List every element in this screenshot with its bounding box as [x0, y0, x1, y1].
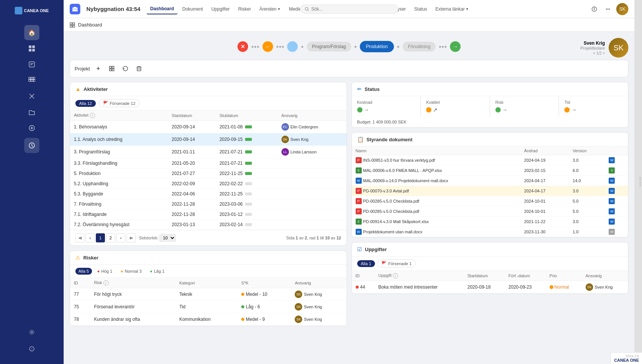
table-row[interactable]: 5.3. Byggande 2022-04-06 2022-11-25	[70, 189, 347, 199]
phase-next[interactable]: →	[450, 41, 461, 52]
risk-category: Kommunikation	[175, 313, 237, 326]
tab-externa-lankar[interactable]: Externa länkar ▼	[432, 4, 473, 14]
sidebar-item-help[interactable]: ?	[24, 341, 39, 356]
table-row[interactable]: W MAL-00069-v.14.0 Projektdokument mall.…	[352, 176, 628, 186]
table-row[interactable]: 78 Kunden ändrar sig ofta Kommunikation …	[70, 313, 347, 326]
table-row[interactable]: 5.2. Upphandling 2022-02-09 2022-02-22	[70, 179, 347, 189]
table-row[interactable]: 7. Förvaltning 2022-11-28 2023-03-06	[70, 199, 347, 209]
col-ansvarig: Ansvarig	[278, 111, 347, 121]
risk-user: SK Sven Krig	[291, 301, 346, 313]
table-row[interactable]: 75 Försenad leverantör Tid Låg - 6 SK Sv…	[70, 301, 347, 313]
table-row[interactable]: 3. Programförslag 2021-01-11 2021-07-21 …	[70, 146, 347, 158]
uppgifter-filter-all[interactable]: Alla 1	[357, 260, 375, 267]
add-button[interactable]: +	[93, 63, 103, 74]
page-nav[interactable]: < 1/2 >	[580, 51, 605, 55]
page-1[interactable]: 1	[96, 233, 105, 242]
refresh-button[interactable]	[120, 63, 131, 74]
table-row[interactable]: 3.3. Förslagshandling 2021-05-20 2021-07…	[70, 158, 347, 169]
page-controls: ⊲ ‹ 1 2 › ⊳ Sidstorlek: 10 25 50	[75, 233, 176, 242]
filter-delayed[interactable]: 🚩 Försenade 12	[99, 99, 140, 107]
tab-dashboard[interactable]: Dashboard	[147, 4, 178, 14]
phase-x[interactable]: ✕	[237, 41, 248, 52]
doc-changed: 2024-04-17	[520, 176, 569, 186]
risk-filter-normal[interactable]: ● Normal 3	[118, 268, 145, 275]
sidebar-item-reports[interactable]	[24, 57, 39, 72]
sub-header: Dashboard	[64, 18, 634, 32]
risk-filter-hog[interactable]: ● Hög 1	[94, 268, 116, 275]
doc-action[interactable]: W	[605, 176, 628, 186]
search-bar[interactable]	[300, 5, 398, 14]
table-row[interactable]: 77 För högt tryck Teknik Medel - 10 SK S…	[70, 288, 347, 301]
doc-action[interactable]: W	[605, 227, 628, 237]
app-name: CANEA ONE	[24, 8, 49, 13]
sidebar-item-close[interactable]	[24, 89, 39, 104]
table-row[interactable]: 5. Produktion 2021-07-27 2022-11-25	[70, 169, 347, 179]
sidebar-nav: 🏠	[0, 25, 64, 153]
svg-text:?: ?	[31, 348, 33, 351]
table-row[interactable]: P PD-00070-v.3.0 Avtal.pdf 2024-04-17 3.…	[352, 186, 628, 196]
phase-produktion[interactable]: Produktion	[360, 41, 394, 52]
page-2[interactable]: 2	[106, 233, 115, 242]
more-button[interactable]	[603, 4, 613, 14]
user-avatar[interactable]: SK	[616, 3, 628, 15]
search-input[interactable]	[311, 6, 394, 12]
page-first[interactable]: ⊲	[75, 233, 84, 242]
tab-arenden[interactable]: Ärenden ▼	[256, 4, 284, 14]
table-row[interactable]: P INS-00851-v3.0 hur förvara verktyg.pdf…	[352, 155, 628, 166]
doc-action[interactable]: W	[605, 206, 628, 217]
status-icon: ✏	[357, 86, 362, 92]
table-row[interactable]: X PD-00914-v.3.0 Mall Skåpskort.xlsx 202…	[352, 217, 628, 227]
page-size-select[interactable]: 10 25 50	[159, 234, 176, 242]
sidebar-item-folder[interactable]	[24, 105, 39, 120]
status-header: ✏ Status	[352, 82, 628, 96]
risk-info-icon[interactable]: i	[103, 280, 109, 286]
doc-action[interactable]: X	[605, 166, 628, 176]
grid-button[interactable]	[106, 63, 117, 74]
uppgift-info-icon[interactable]: i	[393, 273, 398, 278]
table-row[interactable]: W Projektdokument utan mall.docx 2023-11…	[352, 227, 628, 237]
sidebar-item-home[interactable]: 🏠	[24, 25, 39, 40]
col-ansvarig: Ansvarig	[291, 278, 346, 288]
table-row[interactable]: 1. Behovsanalys 2020-09-14 2021-01-08 EC…	[70, 121, 347, 133]
svg-rect-34	[73, 23, 75, 25]
table-row[interactable]: P PD-00285-v.5.0 Checklista.pdf 2024-10-…	[352, 206, 628, 217]
sidebar-item-dashboard[interactable]	[24, 41, 39, 56]
table-row[interactable]: 44 Boka möten med intressenter 2020-09-1…	[352, 281, 628, 294]
info-button[interactable]	[589, 4, 600, 14]
table-row[interactable]: 7.2. Överlämning hyresgäst 2023-01-13 20…	[70, 220, 347, 230]
tab-risker[interactable]: Risker	[234, 4, 255, 14]
svg-point-29	[594, 8, 595, 8]
tab-status[interactable]: Status	[411, 4, 431, 14]
risk-filter-all[interactable]: Alla 5	[75, 268, 92, 275]
tid-value: →	[564, 107, 623, 113]
sidebar-item-time[interactable]	[24, 138, 39, 153]
phase-back[interactable]: ←	[262, 41, 273, 52]
activity-end: 2021-01-08	[216, 121, 277, 133]
tab-dokument[interactable]: Dokument	[178, 4, 207, 14]
doc-action[interactable]: W	[605, 196, 628, 206]
table-row[interactable]: X MAL-00006-v.6.0 FMEA MALL - APQP.xlsx …	[352, 166, 628, 176]
risk-filter-lag[interactable]: ● Låg 1	[147, 268, 167, 275]
sidebar-item-settings[interactable]	[24, 325, 39, 340]
sidebar-item-grid[interactable]	[24, 73, 39, 88]
sidebar-bottom: ?	[24, 325, 39, 360]
table-row[interactable]: P PD-00285-v.5.0 Checklista.pdf 2024-10-…	[352, 196, 628, 206]
page-last[interactable]: ⊳	[127, 233, 136, 242]
phase-dot[interactable]	[287, 41, 298, 52]
delete-button[interactable]	[134, 63, 144, 74]
doc-action[interactable]: W	[605, 155, 628, 166]
brand-name: CANEA ONE	[614, 358, 639, 362]
table-row[interactable]: 7.1. Idriftagande 2022-11-28 2023-01-12	[70, 209, 347, 220]
page-prev[interactable]: ‹	[86, 233, 95, 242]
sidebar-item-add[interactable]	[24, 120, 39, 136]
doc-action[interactable]: W	[605, 186, 628, 196]
aktivitet-info-icon[interactable]: i	[90, 113, 95, 118]
table-row[interactable]: 1.1. Analys och utreding 2020-09-14 2020…	[70, 133, 347, 146]
page-next[interactable]: ›	[116, 233, 125, 242]
uppgifter-filter-delayed[interactable]: 🚩 Försenade 1	[377, 259, 416, 267]
filter-all[interactable]: Alla 12	[75, 100, 96, 107]
phase-program[interactable]: Program/Förslag	[307, 42, 351, 52]
tab-uppgifter[interactable]: Uppgifter	[208, 4, 234, 14]
phase-forvaltning[interactable]: Förvaltning	[403, 42, 436, 52]
doc-action[interactable]: W	[605, 217, 628, 227]
